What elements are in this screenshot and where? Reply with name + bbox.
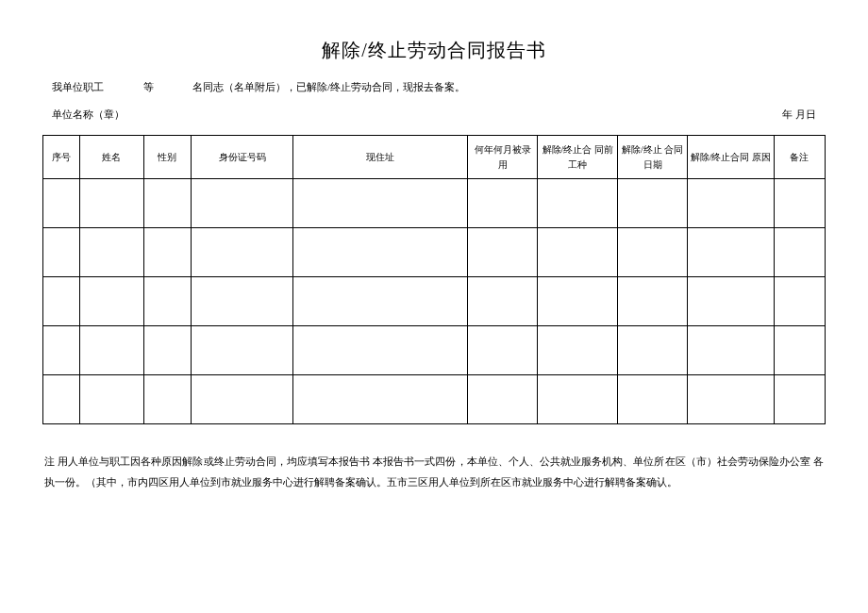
cell-hired xyxy=(468,228,538,277)
cell-seq xyxy=(43,326,80,375)
cell-note xyxy=(774,326,826,375)
table-row xyxy=(43,228,826,277)
header-note: 备注 xyxy=(774,136,826,179)
cell-note xyxy=(774,375,826,424)
header-name: 姓名 xyxy=(80,136,143,179)
cell-addr xyxy=(293,179,468,228)
cell-reason xyxy=(688,277,774,326)
meta-row: 单位名称（章） 年 月日 xyxy=(42,108,826,122)
cell-reason xyxy=(688,375,774,424)
cell-reason xyxy=(688,228,774,277)
cell-gender xyxy=(143,179,191,228)
table-row xyxy=(43,179,826,228)
report-table: 序号 姓名 性别 身份证号码 现住址 何年何月被录用 解除/终止合 同前工种 解… xyxy=(42,135,826,424)
cell-reason xyxy=(688,326,774,375)
cell-name xyxy=(80,179,143,228)
cell-id xyxy=(191,179,293,228)
cell-name xyxy=(80,326,143,375)
cell-addr xyxy=(293,277,468,326)
intro-suffix: 名同志（名单附后），已解除/终止劳动合同，现报去备案。 xyxy=(192,81,465,92)
intro-line: 我单位职工 等 名同志（名单附后），已解除/终止劳动合同，现报去备案。 xyxy=(42,80,826,94)
cell-date xyxy=(618,375,688,424)
cell-reason xyxy=(688,179,774,228)
cell-name xyxy=(80,277,143,326)
cell-seq xyxy=(43,375,80,424)
header-addr: 现住址 xyxy=(293,136,468,179)
header-date: 解除/终止 合同日期 xyxy=(618,136,688,179)
cell-note xyxy=(774,179,826,228)
intro-prefix: 我单位职工 xyxy=(52,81,104,92)
table-row xyxy=(43,326,826,375)
table-row xyxy=(43,277,826,326)
cell-id xyxy=(191,326,293,375)
cell-addr xyxy=(293,228,468,277)
cell-gender xyxy=(143,326,191,375)
cell-name xyxy=(80,375,143,424)
intro-etc: 等 xyxy=(143,81,154,92)
table-row xyxy=(43,375,826,424)
header-reason: 解除/终止合同 原因 xyxy=(688,136,774,179)
header-seq: 序号 xyxy=(43,136,80,179)
cell-hired xyxy=(468,326,538,375)
cell-hired xyxy=(468,179,538,228)
cell-seq xyxy=(43,228,80,277)
cell-addr xyxy=(293,326,468,375)
header-pre: 解除/终止合 同前工种 xyxy=(538,136,618,179)
cell-pre xyxy=(538,228,618,277)
cell-seq xyxy=(43,277,80,326)
cell-addr xyxy=(293,375,468,424)
header-hired: 何年何月被录用 xyxy=(468,136,538,179)
cell-gender xyxy=(143,375,191,424)
cell-pre xyxy=(538,277,618,326)
unit-seal-label: 单位名称（章） xyxy=(52,108,125,122)
cell-date xyxy=(618,326,688,375)
cell-date xyxy=(618,228,688,277)
cell-hired xyxy=(468,277,538,326)
intro-gap1 xyxy=(107,80,141,94)
cell-id xyxy=(191,277,293,326)
cell-pre xyxy=(538,375,618,424)
header-id: 身份证号码 xyxy=(191,136,293,179)
cell-note xyxy=(774,277,826,326)
intro-gap2 xyxy=(156,80,190,94)
date-label: 年 月日 xyxy=(782,108,816,122)
page-title: 解除/终止劳动合同报告书 xyxy=(42,38,826,63)
cell-id xyxy=(191,228,293,277)
cell-hired xyxy=(468,375,538,424)
table-header-row: 序号 姓名 性别 身份证号码 现住址 何年何月被录用 解除/终止合 同前工种 解… xyxy=(43,136,826,179)
cell-date xyxy=(618,179,688,228)
cell-pre xyxy=(538,179,618,228)
cell-seq xyxy=(43,179,80,228)
cell-gender xyxy=(143,228,191,277)
cell-name xyxy=(80,228,143,277)
header-gender: 性别 xyxy=(143,136,191,179)
cell-id xyxy=(191,375,293,424)
cell-note xyxy=(774,228,826,277)
cell-date xyxy=(618,277,688,326)
footnote-text: 注 用人单位与职工因各种原因解除或终止劳动合同，均应填写本报告书 本报告书一式四… xyxy=(42,451,826,492)
cell-gender xyxy=(143,277,191,326)
cell-pre xyxy=(538,326,618,375)
